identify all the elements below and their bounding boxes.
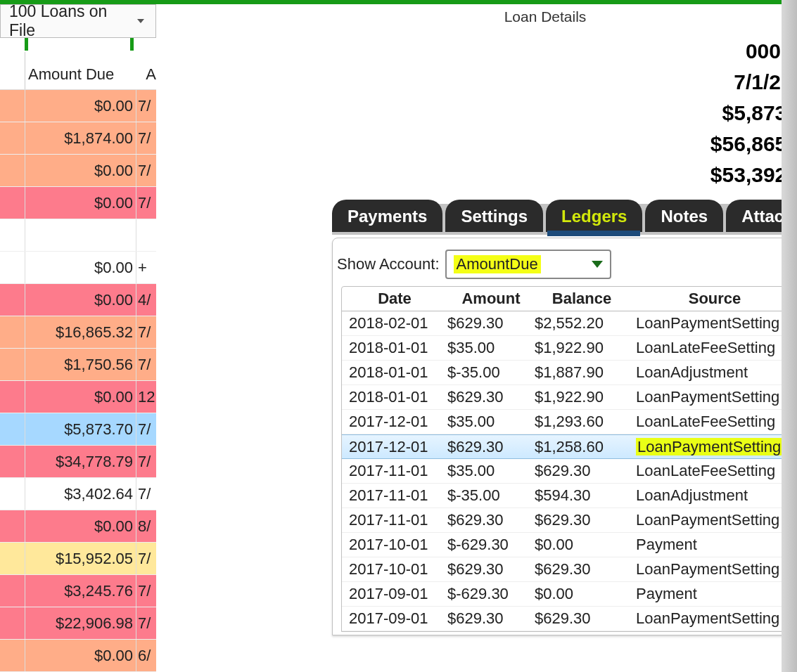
cell-balance: $1,922.90 [535,339,629,357]
ledger-row[interactable]: 2017-10-01$629.30$629.30LoanPaymentSetti… [342,557,797,582]
loan-row-date: 7/ [136,187,156,219]
loan-row[interactable]: $5,873.707/ [0,413,156,446]
ledger-row[interactable]: 2018-01-01$-35.00$1,887.90LoanAdjustment… [342,361,797,385]
loan-row[interactable]: $15,952.057/ [0,543,156,575]
loan-row-date: 8/ [136,510,156,542]
page-title: Loan Details [156,8,797,25]
cell-source: LoanLateFeeSetting [629,462,797,480]
cell-amount: $-35.00 [447,486,535,505]
tab-settings[interactable]: Settings [445,200,543,232]
loan-row[interactable]: $0.006/ [0,640,156,672]
cell-balance: $1,887.90 [535,363,629,382]
ledger-row[interactable]: 2017-12-01$629.30$1,258.60LoanPaymentSet… [342,434,797,459]
loan-row-amount: $15,952.05 [25,543,136,574]
column-other[interactable]: A [146,65,156,84]
tab-ledgers[interactable]: Ledgers [546,200,642,232]
ledger-row[interactable]: 2017-11-01$35.00$629.30LoanLateFeeSettin… [342,459,797,484]
cell-balance: $629.30 [535,560,629,579]
loan-row[interactable]: $34,778.797/ [0,446,156,478]
loan-row[interactable]: $0.0012 [0,381,156,413]
cell-date: 2017-11-01 [342,462,447,480]
cell-amount: $629.30 [447,511,535,529]
loan-list-header: Amount Due A [0,38,156,90]
col-balance[interactable]: Balance [535,290,629,308]
cell-source: LoanPaymentSetting [629,438,797,456]
ledger-row[interactable]: 2018-01-01$629.30$1,922.90LoanPaymentSet… [342,385,797,410]
ledger-row[interactable]: 2017-10-01$-629.30$0.00Paymentpmt #168 [342,533,797,557]
cell-date: 2017-09-01 [342,609,447,628]
tab-notes[interactable]: Notes [645,200,723,232]
cell-amount: $35.00 [447,462,535,480]
loan-row-date: 7/ [136,316,156,348]
loan-row-amount: $0.00 [25,640,136,671]
loan-row[interactable]: $1,874.007/ [0,122,156,155]
cell-date: 2017-10-01 [342,560,447,579]
loans-on-file-dropdown[interactable]: 100 Loans on File [0,4,156,38]
loan-row-amount: $3,402.64 [25,478,136,510]
cell-date: 2017-12-01 [342,413,447,431]
chevron-down-icon [592,261,603,268]
ledger-row[interactable]: 2017-11-01$629.30$629.30LoanPaymentSetti… [342,508,797,533]
loan-row[interactable]: $0.008/ [0,510,156,543]
ledger-row[interactable]: 2018-02-01$629.30$2,552.20LoanPaymentSet… [342,311,797,336]
window-edge [782,0,797,672]
col-amount[interactable]: Amount [447,290,535,308]
cell-balance: $2,552.20 [535,314,629,332]
cell-balance: $629.30 [535,609,629,628]
ledger-row[interactable]: 2017-11-01$-35.00$594.30LoanAdjustmentWa… [342,484,797,508]
show-account-dropdown[interactable]: AmountDue [445,250,611,279]
loan-row-amount: $0.00 [25,381,136,413]
show-account-value: AmountDue [454,255,541,273]
cell-balance: $594.30 [535,486,629,505]
cell-amount: $-629.30 [447,585,535,603]
cell-balance: $1,922.90 [535,388,629,406]
column-amount-due[interactable]: Amount Due [28,65,114,84]
loan-row-date: 7/ [136,543,156,574]
loan-row[interactable]: $3,245.767/ [0,575,156,607]
loan-row[interactable]: $1,750.567/ [0,349,156,381]
loan-row-date: 12 [136,381,156,413]
cell-date: 2018-01-01 [342,339,447,357]
loan-row-date: 7/ [136,155,156,186]
loan-row-date: 6/ [136,640,156,671]
cell-amount: $629.30 [447,560,535,579]
loan-row-amount: $0.00 [25,510,136,542]
loan-row[interactable]: $0.007/ [0,90,156,122]
cell-source: Payment [629,585,797,603]
ledger-grid: Date Amount Balance Source Description 2… [341,286,797,632]
ledger-row[interactable]: 2017-09-01$629.30$629.30LoanPaymentSetti… [342,607,797,631]
loan-row[interactable]: $0.004/ [0,284,156,316]
loan-row-date: 7/ [136,90,156,122]
ledger-panel: Show Account: AmountDue Date Amount Bala… [332,238,797,635]
loan-row[interactable]: $22,906.987/ [0,607,156,640]
loan-row-date: 7/ [136,478,156,510]
loan-details-pane: Loan Details 000111Account 7/1/2018Due D… [156,4,797,672]
col-date[interactable]: Date [342,290,447,308]
loan-row-amount: $0.00 [25,284,136,316]
ledger-row[interactable]: 2018-01-01$35.00$1,922.90LoanLateFeeSett… [342,336,797,361]
cell-balance: $629.30 [535,462,629,480]
loan-row-date: 7/ [136,607,156,639]
col-source[interactable]: Source [629,290,797,308]
loan-row-date: 7/ [136,349,156,380]
loan-row[interactable]: $16,865.327/ [0,316,156,349]
tab-payments[interactable]: Payments [332,200,442,232]
cell-date: 2018-01-01 [342,363,447,382]
loan-row[interactable] [0,219,156,252]
loan-row[interactable]: $3,402.647/ [0,478,156,510]
loan-row[interactable]: $0.007/ [0,187,156,219]
ledger-row[interactable]: 2017-12-01$35.00$1,293.60LoanLateFeeSett… [342,410,797,434]
cell-amount: $-35.00 [447,363,535,382]
loan-row-amount: $3,245.76 [25,575,136,607]
cell-date: 2017-10-01 [342,536,447,554]
cell-source: LoanAdjustment [629,486,797,505]
loan-row[interactable]: $0.007/ [0,155,156,187]
loans-on-file-label: 100 Loans on File [9,2,137,40]
ledger-row[interactable]: 2017-09-01$-629.30$0.00Paymentpmt #167 [342,582,797,607]
loan-row[interactable]: $0.00+ [0,252,156,284]
ledger-grid-header: Date Amount Balance Source Description [342,287,797,311]
loan-row-amount: $22,906.98 [25,607,136,639]
cell-balance: $0.00 [535,585,629,603]
cell-date: 2018-01-01 [342,388,447,406]
chevron-down-icon [137,19,144,23]
